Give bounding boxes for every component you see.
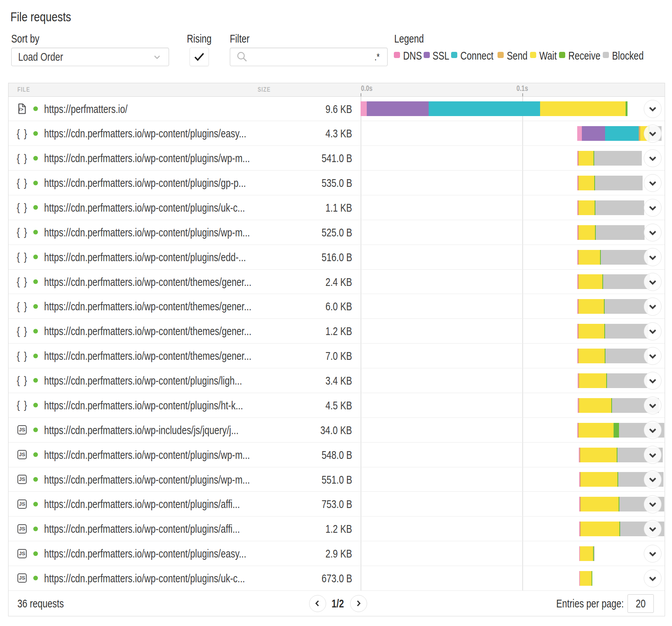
svg-text:/>: /> [19, 106, 23, 112]
